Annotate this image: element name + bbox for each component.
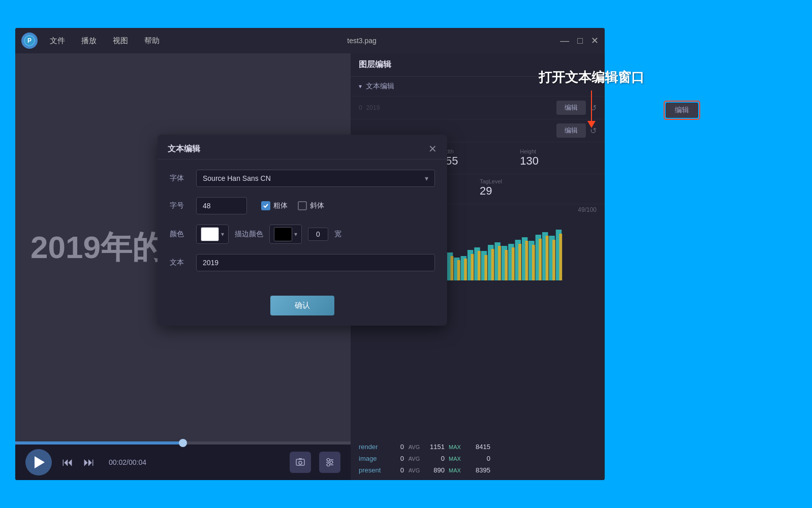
arrow-line [591,90,592,121]
dialog-close-button[interactable]: ✕ [428,143,437,155]
stroke-color-arrow-icon: ▾ [294,231,297,238]
menu-help[interactable]: 帮助 [140,34,164,48]
time-display: 00:02/00:04 [109,458,146,466]
font-select-arrow-icon: ▾ [425,174,428,182]
row-value-1: 0 [359,104,362,111]
progress-bar[interactable] [15,441,351,444]
image-label: image [359,455,389,462]
svg-rect-54 [451,256,454,280]
bold-checkbox[interactable] [261,201,270,210]
font-row: 字体 Source Han Sans CN ▾ [170,170,435,187]
image-val: 0 [391,455,404,462]
controls-bar: ⏮ ⏭ 00:02/00:04 [15,444,351,480]
svg-rect-66 [532,245,535,280]
color-swatch-white [201,227,219,241]
highlighted-edit-btn-container: 编辑 [664,101,700,120]
minimize-button[interactable]: — [560,36,569,45]
color-row: 颜色 ▾ 描边颜色 ▾ 宽 [170,225,435,244]
italic-label: 斜体 [310,201,324,210]
color-swatch-black [274,227,292,241]
svg-rect-64 [518,244,521,280]
font-label: 字体 [170,174,190,183]
color-picker[interactable]: ▾ [196,225,229,244]
maximize-button[interactable]: □ [577,36,583,45]
font-value: Source Han Sans CN [203,174,271,182]
main-window: P 文件 播放 视图 帮助 test3.pag — □ ✕ 2019年的 [15,28,605,480]
width-label: Width [440,148,516,154]
text-row: 文本 [170,254,435,271]
present-avg-val: 890 [424,466,445,474]
svg-rect-67 [539,239,542,280]
rewind-button[interactable]: ⏮ [62,456,73,469]
render-label: render [359,443,389,451]
progress-thumb[interactable] [179,439,187,447]
settings-button[interactable] [319,452,340,473]
svg-point-8 [327,459,330,461]
svg-point-9 [330,461,333,464]
present-max-val: 8395 [465,466,490,474]
annotation: 打开文本编辑窗口 [539,69,644,128]
height-value: 130 [520,154,597,168]
perf-row-image: image 0 AVG 0 MAX 0 [359,453,597,464]
stat-width: Width 555 [440,148,516,168]
chevron-icon: ▾ [359,83,362,90]
play-button[interactable] [25,449,52,475]
height-label: Height [520,148,597,154]
video-text: 2019年的 [30,226,164,269]
row-value-2: 2019 [366,104,380,111]
text-label: 文本 [170,258,190,267]
dialog-footer: 确认 [158,292,447,326]
confirm-button[interactable]: 确认 [270,296,334,315]
stroke-color-picker[interactable]: ▾ [269,225,302,244]
taglevel-value: 29 [480,184,597,198]
progress-fill [15,441,183,444]
present-max-tag: MAX [447,467,463,473]
bold-checkbox-item[interactable]: 粗体 [261,201,288,210]
stroke-unit-label: 宽 [334,230,341,239]
highlighted-edit-button[interactable]: 编辑 [666,103,698,118]
font-select[interactable]: Source Han Sans CN ▾ [196,170,435,187]
svg-text:P: P [27,37,32,44]
image-max-val: 0 [465,455,490,462]
italic-checkbox-item[interactable]: 斜体 [298,201,324,210]
text-input[interactable] [196,254,435,271]
present-val: 0 [391,466,404,474]
color-dropdown-arrow-icon: ▾ [221,231,224,238]
render-avg-tag: AVG [406,444,422,450]
svg-rect-61 [498,246,501,280]
close-button[interactable]: ✕ [591,36,599,45]
svg-rect-57 [471,254,474,280]
annotation-label: 打开文本编辑窗口 [539,70,644,85]
screenshot-button[interactable] [290,452,311,473]
perf-row-present: present 0 AVG 890 MAX 8395 [359,464,597,476]
menu-file[interactable]: 文件 [46,34,69,48]
perf-table: render 0 AVG 1151 MAX 8415 image 0 AVG 0… [351,439,605,480]
svg-rect-62 [505,250,508,280]
menu-view[interactable]: 视图 [109,34,132,48]
stat-height: Height 130 [520,148,597,168]
forward-button[interactable]: ⏭ [83,456,95,469]
text-edit-dialog: 文本编辑 ✕ 字体 Source Han Sans CN ▾ 字号 [158,135,447,326]
dialog-body: 字体 Source Han Sans CN ▾ 字号 [158,160,447,292]
render-max-val: 8415 [465,443,490,451]
stroke-color-label: 描边颜色 [235,230,263,239]
stroke-width-input[interactable] [308,228,328,241]
italic-checkbox[interactable] [298,201,307,210]
present-label: present [359,466,389,474]
render-max-tag: MAX [447,444,463,450]
svg-rect-60 [491,249,494,280]
image-avg-val: 0 [424,455,445,462]
stat-taglevel: TagLevel 29 [480,178,597,198]
svg-rect-63 [512,247,515,280]
size-label: 字号 [170,201,190,210]
play-icon [35,456,45,468]
window-title: test3.pag [172,37,552,45]
svg-point-4 [299,461,302,464]
color-label: 颜色 [170,230,190,239]
svg-rect-55 [457,260,460,280]
title-bar: P 文件 播放 视图 帮助 test3.pag — □ ✕ [15,28,605,53]
menu-play[interactable]: 播放 [77,34,101,48]
present-avg-tag: AVG [406,467,422,473]
size-input[interactable] [196,197,247,214]
svg-rect-58 [478,251,481,280]
